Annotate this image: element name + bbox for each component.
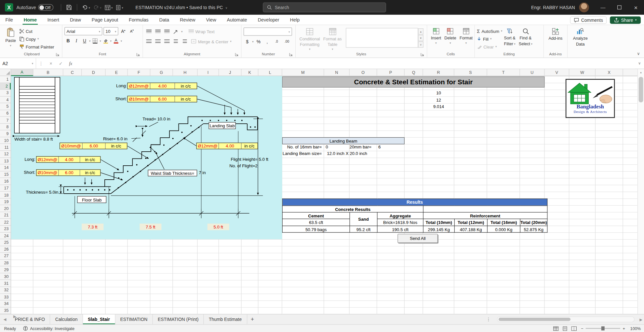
sheet-tab-estimation[interactable]: ESTIMATION [115, 314, 153, 324]
flight-long-rebar-cell[interactable]: Ø12mm@ 4.00 in c/c [36, 156, 101, 163]
bar20-value[interactable]: 6 [378, 144, 381, 149]
aggregate-header[interactable]: Aggregate [377, 212, 423, 219]
sheet-tab-thumb-estimate[interactable]: Thumb Estimate [204, 314, 247, 324]
tab-page-layout[interactable]: Page Layout [86, 15, 123, 24]
accessibility-status[interactable]: Accessibility: Investigate [23, 326, 74, 331]
tab-help[interactable]: Help [285, 15, 305, 24]
fill-color-button[interactable] [102, 37, 109, 45]
undo-button[interactable]: ▾ [82, 5, 90, 10]
dim-7-3-ft[interactable]: 7.3 ft [82, 224, 103, 230]
sheet-tab-slab-stair[interactable]: Slab_Stair [83, 314, 115, 324]
mid-left-rebar-cell[interactable]: Ø10mm@ 6.00 in c/c [60, 143, 127, 149]
top-long-rebar-cell[interactable]: Ø12mm@ 4.00 in c/c [127, 83, 197, 89]
total-10mm-value[interactable]: 299.145 Kg [423, 226, 454, 232]
cement-bags-value[interactable]: 50.79 bags [282, 226, 350, 232]
borders-button[interactable] [91, 37, 99, 45]
column-header-M[interactable]: M [282, 69, 324, 76]
italic-button[interactable]: I [73, 37, 80, 45]
maximize-button[interactable] [611, 0, 628, 15]
gallery-down-icon[interactable]: ▾ [418, 35, 423, 41]
row-header-9[interactable]: 9 [0, 131, 11, 137]
share-button[interactable]: Share ▾ [610, 16, 641, 24]
landing-slab-label[interactable]: Landing Slab [208, 122, 235, 129]
column-header-R[interactable]: R [423, 69, 454, 76]
dialog-launcher-icon[interactable] [56, 53, 60, 56]
row-header-3[interactable]: 3 [0, 90, 11, 96]
row-header-23[interactable]: 23 [0, 226, 11, 232]
vertical-scrollbar[interactable]: ▴ [637, 69, 644, 314]
zoom-slider[interactable] [586, 328, 620, 329]
sort-filter-button[interactable]: Sort & Filter▾ [503, 26, 517, 47]
tab-data[interactable]: Data [154, 15, 175, 24]
row-header-18[interactable]: 18 [0, 192, 11, 199]
select-all-corner[interactable] [0, 69, 11, 76]
tab-draw[interactable]: Draw [65, 15, 87, 24]
column-header-N[interactable]: N [324, 69, 349, 76]
row-header-1[interactable]: 1 [0, 76, 11, 83]
row-header-22[interactable]: 22 [0, 219, 11, 226]
tab-automate[interactable]: Automate [221, 15, 252, 24]
find-select-button[interactable]: Find & Select▾ [517, 26, 534, 47]
row-header-31[interactable]: 31 [0, 280, 11, 287]
total-12mm-header[interactable]: Total (12mm) [454, 219, 487, 226]
tab-insert[interactable]: Insert [42, 15, 64, 24]
dialog-launcher-icon[interactable] [289, 53, 293, 56]
column-header-D[interactable]: D [82, 69, 105, 76]
cell-value-r5[interactable]: 9.014 [423, 103, 454, 110]
column-header-H[interactable]: H [173, 69, 198, 76]
tab-home[interactable]: Home [18, 15, 42, 24]
increase-decimal-button[interactable]: .0 [272, 38, 281, 45]
row-header-30[interactable]: 30 [0, 273, 11, 280]
total-16mm-header[interactable]: Total (16mm) [487, 219, 520, 226]
column-header-S[interactable]: S [454, 69, 487, 76]
tab-view[interactable]: View [201, 15, 221, 24]
column-header-G[interactable]: G [150, 69, 173, 76]
dim-7-5-ft[interactable]: 7.5 ft [140, 224, 161, 230]
row-header-26[interactable]: 26 [0, 246, 11, 253]
send-all-button[interactable]: Send All [397, 234, 438, 243]
bar16-value[interactable]: 0 [326, 144, 328, 149]
row-header-6[interactable]: 6 [0, 110, 11, 117]
bold-button[interactable]: B [64, 37, 72, 45]
expand-formula-bar-icon[interactable]: ∨ [635, 58, 644, 69]
normal-view-icon[interactable] [553, 326, 558, 331]
row-header-34[interactable]: 34 [0, 300, 11, 307]
comma-style-button[interactable]: , [263, 38, 271, 45]
floor-slab-label[interactable]: Floor Slab [77, 196, 106, 203]
format-cells-button[interactable]: Format ▾ [458, 26, 474, 46]
underline-button[interactable]: U [81, 37, 88, 45]
column-header-E[interactable]: E [106, 69, 128, 76]
font-color-button[interactable]: A [112, 37, 120, 45]
column-header-T[interactable]: T [487, 69, 520, 76]
autosave-toggle[interactable]: AutoSave Off [17, 4, 53, 11]
formula-input[interactable] [75, 58, 635, 69]
align-center-button[interactable] [154, 38, 162, 45]
row-header-16[interactable]: 16 [0, 178, 11, 185]
total-16mm-value[interactable]: 0.000 Kg [487, 226, 520, 232]
total-10mm-header[interactable]: Total (10mm) [423, 219, 454, 226]
collapse-ribbon-icon[interactable]: ∨ [637, 51, 640, 56]
column-header-P[interactable]: P [377, 69, 405, 76]
fill-button[interactable]: Fill ▾ [477, 35, 502, 43]
sheet-tab-calculation[interactable]: Calculation [50, 314, 83, 324]
row-header-11[interactable]: 11 [0, 144, 11, 151]
waist-slab-label[interactable]: Waist Slab Thickness= [148, 170, 197, 176]
row-header-5[interactable]: 5 [0, 103, 11, 110]
gallery-up-icon[interactable]: ▴ [418, 28, 423, 35]
font-name-select[interactable]: Arial▾ [64, 27, 102, 35]
title-expand-icon[interactable]: ∨ [225, 6, 227, 9]
cell-value-r4[interactable]: 12 [423, 97, 454, 103]
insert-function-icon[interactable]: fx [66, 58, 75, 69]
row-header-14[interactable]: 14 [0, 164, 11, 171]
column-header-V[interactable]: V [544, 69, 569, 76]
sheet-nav-prev-icon[interactable]: ◀ [0, 314, 10, 324]
sand-cft-value[interactable]: 95.2 cft [350, 226, 377, 232]
sand-header[interactable]: Sand [350, 212, 377, 226]
zoom-in-button[interactable]: + [623, 326, 625, 331]
insert-cells-button[interactable]: Insert ▾ [429, 26, 443, 46]
sheet-title[interactable]: Concrete & Steel Estimation for Stair [282, 76, 545, 88]
row-header-29[interactable]: 29 [0, 267, 11, 273]
row-header-20[interactable]: 20 [0, 205, 11, 212]
dim-5-0-ft[interactable]: 5.0 ft [208, 224, 229, 230]
row-header-21[interactable]: 21 [0, 212, 11, 219]
